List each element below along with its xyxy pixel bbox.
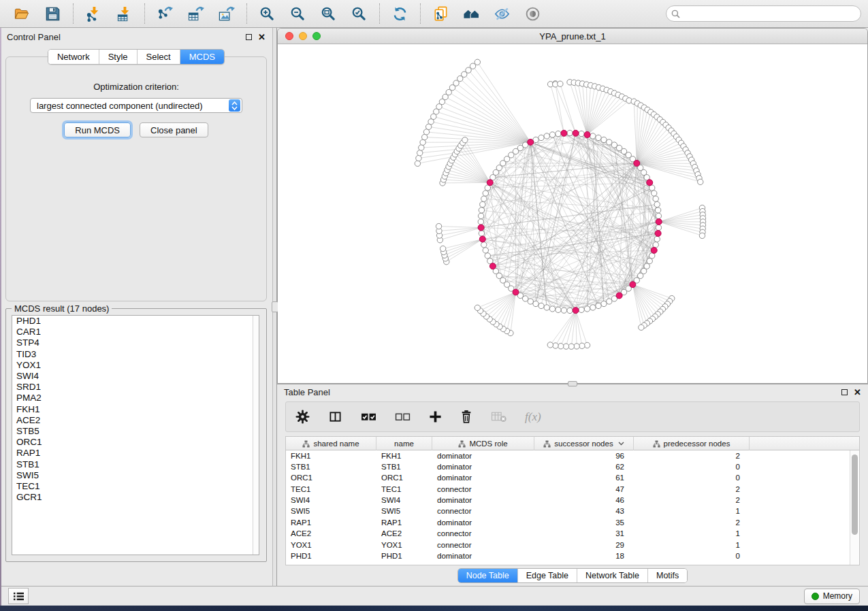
- mcds-result-item[interactable]: TEC1: [12, 481, 259, 492]
- table-cell: ACE2: [286, 529, 376, 540]
- tab-network-table[interactable]: Network Table: [577, 569, 647, 582]
- table-panel-close-icon[interactable]: ✕: [854, 389, 861, 395]
- tab-motifs[interactable]: Motifs: [647, 569, 687, 582]
- tab-select[interactable]: Select: [137, 50, 180, 64]
- mcds-result-item[interactable]: STP4: [12, 337, 259, 348]
- mcds-result-item[interactable]: ACE2: [12, 415, 259, 426]
- select-all-rows-icon[interactable]: [361, 412, 376, 422]
- tab-node-table[interactable]: Node Table: [458, 569, 517, 582]
- optimization-criterion-label: Optimization criterion:: [6, 82, 266, 92]
- table-scrollbar[interactable]: [850, 450, 859, 565]
- column-header-predecessor-nodes[interactable]: predecessor nodes: [634, 437, 750, 450]
- control-panel-float-icon[interactable]: [246, 34, 252, 40]
- network-view-titlebar: YPA_prune.txt_1: [278, 29, 867, 44]
- save-session-icon[interactable]: [44, 5, 62, 23]
- column-header-name[interactable]: name: [376, 437, 432, 450]
- tab-mcds[interactable]: MCDS: [180, 50, 224, 64]
- control-panel-close-icon[interactable]: ✕: [258, 34, 266, 40]
- export-table-icon[interactable]: [187, 5, 205, 23]
- show-panel-list-button[interactable]: [8, 588, 29, 604]
- mcds-result-item[interactable]: PHD1: [12, 316, 259, 327]
- table-cell: 2: [634, 484, 750, 495]
- memory-button[interactable]: Memory: [804, 589, 860, 604]
- tab-network[interactable]: Network: [48, 50, 99, 64]
- zoom-out-icon[interactable]: [289, 5, 307, 23]
- refresh-view-icon[interactable]: [391, 5, 409, 23]
- mcds-result-item[interactable]: ORC1: [12, 437, 259, 448]
- split-table-panel-icon[interactable]: [328, 410, 342, 423]
- mcds-result-item[interactable]: STB1: [12, 459, 259, 470]
- table-row[interactable]: PHD1PHD1dominator180: [286, 551, 850, 562]
- table-scrollbar-thumb[interactable]: [852, 455, 858, 535]
- table-row[interactable]: SWI4SWI4dominator462: [286, 495, 850, 506]
- import-table-icon[interactable]: [115, 5, 133, 23]
- show-all-icon[interactable]: [524, 5, 542, 23]
- network-canvas[interactable]: [278, 44, 867, 383]
- table-row[interactable]: SWI5SWI5connector431: [286, 506, 850, 517]
- zoom-fit-icon[interactable]: [319, 5, 338, 23]
- mcds-result-item[interactable]: SRD1: [12, 382, 259, 393]
- attribute-settings-icon[interactable]: [295, 410, 310, 424]
- table-tabs: Node TableEdge TableNetwork TableMotifs: [457, 568, 688, 583]
- table-cell: 35: [534, 517, 634, 528]
- export-network-icon[interactable]: [156, 5, 174, 23]
- toolbar-separator: [73, 3, 74, 24]
- first-neighbors-icon[interactable]: [462, 5, 481, 23]
- optimization-criterion-select[interactable]: largest connected component (undirected): [30, 98, 242, 113]
- deselect-all-rows-icon[interactable]: [395, 412, 411, 422]
- table-panel: Table Panel ✕ f(x) shared namenameMCDS r…: [277, 384, 868, 586]
- table-cell: 46: [534, 495, 634, 506]
- mcds-result-item[interactable]: GCR1: [12, 492, 259, 503]
- table-row[interactable]: ACE2ACE2connector311: [286, 529, 850, 540]
- table-row[interactable]: STB1STB1dominator620: [286, 461, 850, 472]
- mcds-result-item[interactable]: YOX1: [12, 360, 259, 371]
- table-cell: dominator: [432, 551, 534, 562]
- zoom-selected-icon[interactable]: [350, 5, 368, 23]
- new-network-from-selection-icon[interactable]: [432, 5, 450, 23]
- column-header-mcds-role[interactable]: MCDS role: [432, 437, 534, 450]
- open-session-icon[interactable]: [13, 5, 31, 23]
- mcds-result-item[interactable]: STB5: [12, 426, 259, 437]
- mcds-result-item[interactable]: CAR1: [12, 327, 259, 337]
- mcds-result-item[interactable]: SWI5: [12, 470, 259, 481]
- table-cell: TEC1: [376, 484, 432, 495]
- export-image-icon[interactable]: [217, 5, 236, 23]
- close-panel-button[interactable]: Close panel: [140, 122, 208, 137]
- mcds-result-item[interactable]: TID3: [12, 349, 259, 360]
- column-header-shared-name[interactable]: shared name: [286, 437, 376, 450]
- search-input[interactable]: [666, 5, 861, 22]
- mcds-result-item[interactable]: SWI4: [12, 371, 259, 382]
- table-panel-float-icon[interactable]: [841, 389, 848, 395]
- column-header-successor-nodes[interactable]: successor nodes: [534, 437, 634, 450]
- create-column-icon[interactable]: [429, 410, 442, 423]
- table-cell: FKH1: [376, 450, 432, 461]
- mcds-result-item[interactable]: PMA2: [12, 393, 259, 403]
- control-panel-tabs: NetworkStyleSelectMCDS: [48, 49, 225, 65]
- table-row[interactable]: RAP1RAP1dominator352: [286, 517, 850, 528]
- run-mcds-button[interactable]: Run MCDS: [64, 122, 131, 137]
- tab-edge-table[interactable]: Edge Table: [517, 569, 577, 582]
- table-row[interactable]: YOX1YOX1connector291: [286, 540, 850, 550]
- vertical-splitter[interactable]: [272, 28, 277, 586]
- horizontal-splitter-grip[interactable]: [568, 381, 577, 386]
- table-cell: dominator: [432, 450, 534, 461]
- mcds-result-item[interactable]: FKH1: [12, 404, 259, 415]
- table-cell: PHD1: [286, 551, 376, 562]
- table-cell: SWI5: [286, 506, 376, 517]
- mcds-result-title: MCDS result (17 nodes): [12, 303, 112, 314]
- table-row[interactable]: TEC1TEC1connector472: [286, 484, 850, 495]
- table-cell: 1: [634, 540, 750, 550]
- table-row[interactable]: FKH1FKH1dominator962: [286, 450, 850, 461]
- table-body: FKH1FKH1dominator962STB1STB1dominator620…: [286, 450, 850, 565]
- mcds-result-scrollbar[interactable]: [253, 316, 259, 555]
- table-row[interactable]: ORC1ORC1dominator610: [286, 473, 850, 484]
- control-panel-titlebar: Control Panel ✕: [0, 28, 272, 46]
- zoom-in-icon[interactable]: [258, 5, 276, 23]
- app-toolbar-groups: [7, 3, 548, 24]
- table-cell: YOX1: [286, 540, 376, 550]
- mcds-result-item[interactable]: RAP1: [12, 448, 259, 459]
- tab-style[interactable]: Style: [99, 50, 137, 64]
- import-network-icon[interactable]: [84, 5, 103, 23]
- delete-columns-icon[interactable]: [460, 410, 472, 424]
- hide-selected-icon[interactable]: [493, 5, 511, 23]
